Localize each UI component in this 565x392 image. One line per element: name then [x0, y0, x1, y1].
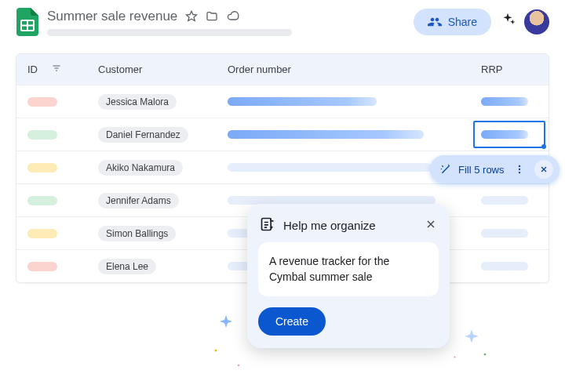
- filter-icon[interactable]: [52, 64, 61, 75]
- svg-rect-8: [454, 356, 455, 358]
- help-organize-panel: Help me organize A revenue tracker for t…: [247, 204, 450, 348]
- svg-point-2: [518, 169, 519, 170]
- fill-rows-chip[interactable]: Fill 5 rows: [430, 155, 560, 183]
- magic-wand-icon: [439, 163, 452, 176]
- column-header-id[interactable]: ID: [16, 54, 87, 85]
- sparkle-icon: [452, 354, 457, 360]
- sparkle-icon: [461, 328, 482, 348]
- table-header-row: ID Customer Order number RRP: [16, 54, 549, 85]
- id-pill: [27, 97, 57, 107]
- move-folder-icon[interactable]: [206, 10, 218, 23]
- order-bar: [228, 97, 377, 106]
- rrp-bar: [481, 97, 528, 106]
- customer-chip[interactable]: Akiko Nakamura: [98, 160, 183, 176]
- id-pill: [27, 196, 57, 205]
- close-icon[interactable]: [425, 218, 437, 233]
- svg-rect-6: [238, 365, 240, 367]
- column-header-id-label: ID: [27, 64, 38, 75]
- customer-chip[interactable]: Daniel Fernandez: [98, 127, 188, 143]
- table-row[interactable]: Daniel Fernandez: [16, 118, 549, 151]
- organize-icon: [260, 216, 275, 234]
- sparkle-icon: [482, 351, 488, 358]
- svg-rect-7: [484, 354, 487, 356]
- column-header-order[interactable]: Order number: [217, 54, 470, 85]
- id-pill: [27, 130, 57, 140]
- sparkle-icon: [499, 12, 516, 32]
- column-header-rrp[interactable]: RRP: [470, 54, 549, 85]
- cloud-status-icon[interactable]: [226, 10, 240, 23]
- star-icon[interactable]: [185, 10, 198, 23]
- share-button-label: Share: [448, 16, 477, 28]
- menubar-placeholder: [47, 29, 292, 36]
- avatar[interactable]: [524, 9, 549, 34]
- rrp-bar: [481, 229, 528, 238]
- customer-chip[interactable]: Elena Lee: [98, 259, 156, 274]
- more-vert-icon[interactable]: [511, 161, 528, 178]
- customer-chip[interactable]: Jennifer Adams: [98, 193, 179, 209]
- order-bar: [228, 163, 432, 172]
- svg-point-1: [518, 165, 519, 167]
- svg-rect-5: [214, 349, 217, 352]
- rrp-bar: [481, 262, 528, 270]
- create-button[interactable]: Create: [258, 307, 326, 336]
- sparkle-icon: [217, 314, 235, 332]
- sparkle-icon: [235, 362, 242, 368]
- customer-chip[interactable]: Jessica Malora: [98, 94, 177, 110]
- fill-rows-label: Fill 5 rows: [458, 164, 505, 176]
- order-bar: [228, 130, 424, 139]
- id-pill: [27, 163, 57, 172]
- svg-point-3: [518, 172, 519, 173]
- cell-selection[interactable]: [473, 121, 545, 148]
- help-panel-title: Help me organize: [283, 219, 376, 232]
- customer-chip[interactable]: Simon Ballings: [98, 226, 176, 241]
- id-pill: [27, 262, 57, 271]
- id-pill: [27, 229, 57, 238]
- column-header-customer[interactable]: Customer: [87, 54, 217, 85]
- share-button[interactable]: Share: [414, 9, 491, 35]
- prompt-textarea[interactable]: A revenue tracker for the Cymbal summer …: [258, 242, 439, 296]
- close-icon[interactable]: [534, 160, 553, 179]
- rrp-bar: [481, 196, 528, 205]
- sheets-logo-icon: [16, 6, 39, 38]
- document-title[interactable]: Summer sale revenue: [47, 9, 177, 24]
- sparkle-icon: [212, 347, 220, 354]
- table-row[interactable]: Jessica Malora: [16, 85, 549, 118]
